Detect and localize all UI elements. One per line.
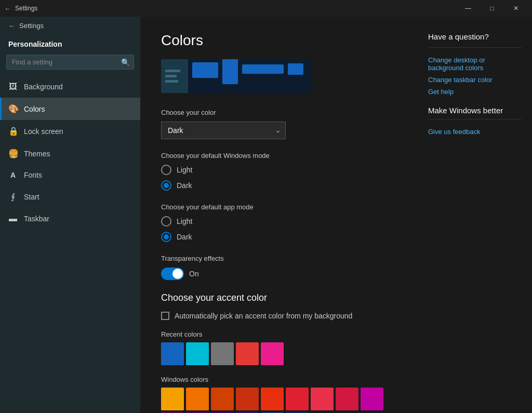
preview-tile-1: [192, 62, 218, 78]
transparency-toggle[interactable]: [161, 268, 184, 280]
change-desktop-link[interactable]: Change desktop or background colors: [428, 56, 522, 72]
windows-mode-light[interactable]: Light: [161, 165, 397, 175]
title-bar-controls: — □ ✕: [456, 0, 528, 17]
sidebar-heading: Personalization: [0, 35, 140, 52]
feedback-link[interactable]: Give us feedback: [428, 128, 522, 136]
radio-outer-am-light: [161, 216, 171, 227]
sidebar-item-label: Colors: [24, 105, 45, 113]
minimize-button[interactable]: —: [456, 0, 480, 17]
w-swatch-4[interactable]: [261, 388, 284, 410]
sidebar-item-background[interactable]: 🖼 Background: [0, 76, 140, 98]
make-better-divider: [428, 119, 522, 119]
recent-swatch-2[interactable]: [211, 342, 234, 365]
sidebar-item-label: Start: [24, 193, 39, 201]
right-panel: Have a question? Change desktop or backg…: [418, 17, 532, 413]
page-title: Colors: [161, 32, 397, 49]
back-icon[interactable]: ←: [4, 5, 11, 12]
sidebar-back-button[interactable]: ← Settings: [0, 17, 140, 35]
change-taskbar-link[interactable]: Change taskbar color: [428, 76, 522, 84]
radio-outer-wm-dark: [161, 180, 171, 191]
main-content: Colors Choose your color Dark Light Cust…: [140, 17, 418, 413]
radio-label-am-light: Light: [177, 217, 192, 225]
mini-line-1: [165, 70, 180, 72]
color-dropdown-wrap: Dark Light Custom ⌄: [161, 122, 286, 139]
sidebar-item-colors[interactable]: 🎨 Colors: [0, 98, 140, 120]
lock-icon: 🔒: [8, 126, 18, 136]
accent-color-title: Choose your accent color: [161, 292, 397, 303]
recent-swatch-1[interactable]: [186, 342, 209, 365]
windows-mode-label: Choose your default Windows mode: [161, 152, 397, 159]
w-swatch-5[interactable]: [286, 388, 309, 410]
app-mode-dark[interactable]: Dark: [161, 232, 397, 242]
transparency-on-label: On: [189, 270, 199, 278]
toggle-knob: [172, 269, 183, 279]
accent-auto-label: Automatically pick an accent color from …: [175, 312, 352, 320]
radio-inner-am-dark: [164, 234, 169, 239]
windows-mode-radio-group: Light Dark: [161, 165, 397, 191]
help-title: Have a question?: [428, 32, 522, 41]
background-icon: 🖼: [8, 82, 18, 91]
sidebar-back-label: Settings: [19, 22, 44, 30]
title-bar: ← Settings — □ ✕: [0, 0, 532, 17]
fonts-icon: A: [8, 171, 18, 179]
sidebar-item-label: Background: [24, 83, 63, 91]
preview-tile-3: [242, 64, 284, 74]
transparency-toggle-row: On: [161, 268, 397, 280]
start-icon: ⨎: [8, 192, 18, 202]
windows-mode-dark[interactable]: Dark: [161, 180, 397, 191]
sidebar-item-label: Fonts: [24, 171, 42, 179]
windows-colors-label: Windows colors: [161, 376, 397, 383]
w-swatch-7[interactable]: [336, 388, 358, 410]
w-swatch-3[interactable]: [236, 388, 259, 410]
recent-swatch-3[interactable]: [236, 342, 259, 365]
themes-icon: 🍔: [8, 149, 18, 158]
search-input[interactable]: [6, 55, 134, 70]
preview-sidebar: [161, 59, 188, 93]
radio-label-am-dark: Dark: [177, 233, 192, 241]
windows-colors-grid: [161, 388, 397, 413]
title-bar-title: Settings: [15, 5, 37, 12]
sidebar-item-label: Taskbar: [24, 215, 49, 223]
w-swatch-8[interactable]: [361, 388, 383, 410]
sidebar-item-label: Themes: [24, 150, 50, 158]
sidebar-item-start[interactable]: ⨎ Start: [0, 185, 140, 208]
color-dropdown[interactable]: Dark Light Custom: [161, 122, 286, 139]
w-swatch-1[interactable]: [186, 388, 209, 410]
sidebar: ← Settings Personalization 🔍 🖼 Backgroun…: [0, 17, 140, 413]
preview-tile-4: [288, 63, 303, 75]
accent-auto-checkbox[interactable]: [161, 312, 169, 320]
taskbar-icon: ▬: [8, 214, 18, 223]
get-help-link[interactable]: Get help: [428, 88, 522, 96]
app-mode-light[interactable]: Light: [161, 216, 397, 227]
back-arrow-icon: ←: [8, 22, 15, 30]
radio-label-wm-dark: Dark: [177, 181, 192, 190]
preview-main: [188, 59, 312, 93]
mini-line-2: [165, 75, 177, 77]
make-better-title: Make Windows better: [428, 106, 522, 115]
sidebar-item-fonts[interactable]: A Fonts: [0, 165, 140, 185]
w-swatch-2[interactable]: [211, 388, 234, 410]
maximize-button[interactable]: □: [480, 0, 504, 17]
sidebar-search: 🔍: [6, 55, 134, 70]
w-swatch-6[interactable]: [311, 388, 334, 410]
recent-colors-swatches: [161, 342, 397, 365]
preview-tile-2: [222, 59, 238, 84]
close-button[interactable]: ✕: [504, 0, 528, 17]
radio-outer-am-dark: [161, 232, 171, 242]
w-swatch-0[interactable]: [161, 388, 184, 410]
mini-line-3: [165, 80, 178, 83]
choose-color-label: Choose your color: [161, 109, 397, 116]
sidebar-item-taskbar[interactable]: ▬ Taskbar: [0, 208, 140, 230]
radio-inner-wm-dark: [164, 183, 169, 188]
preview-banner: [161, 59, 312, 93]
recent-swatch-0[interactable]: [161, 342, 184, 365]
sidebar-item-themes[interactable]: 🍔 Themes: [0, 142, 140, 165]
recent-swatch-4[interactable]: [261, 342, 284, 365]
radio-label-wm-light: Light: [177, 166, 192, 174]
help-divider: [428, 47, 522, 48]
sidebar-item-lock-screen[interactable]: 🔒 Lock screen: [0, 120, 140, 142]
sidebar-item-label: Lock screen: [24, 127, 63, 136]
app-mode-radio-group: Light Dark: [161, 216, 397, 242]
accent-checkbox-row: Automatically pick an accent color from …: [161, 312, 397, 320]
colors-icon: 🎨: [8, 104, 18, 114]
